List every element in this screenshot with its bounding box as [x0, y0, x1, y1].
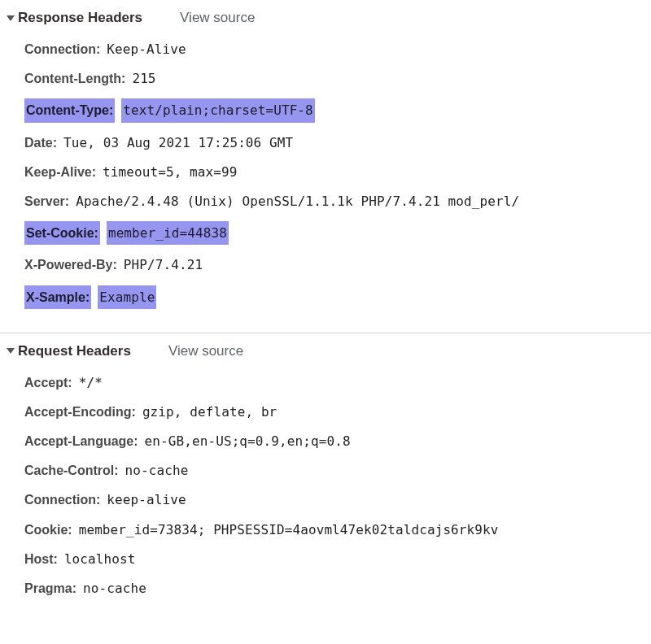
header-value: Example — [98, 285, 156, 309]
header-row[interactable]: Host:localhost — [0, 550, 651, 568]
header-value: PHP/7.4.21 — [124, 255, 203, 274]
header-name: Host: — [24, 550, 58, 568]
header-name: Date: — [24, 133, 57, 152]
header-value: 215 — [132, 69, 155, 88]
header-row[interactable]: Date:Tue, 03 Aug 2021 17:25:06 GMT — [0, 133, 651, 152]
header-value: Keep-Alive — [107, 40, 186, 59]
request-headers-section-header[interactable]: Request Headers View source — [0, 340, 651, 363]
header-value: timeout=5, max=99 — [103, 163, 237, 181]
header-name: Accept-Language: — [24, 432, 138, 450]
header-name: Content-Type: — [24, 98, 115, 122]
disclosure-triangle-icon[interactable] — [7, 348, 15, 354]
header-value: no-cache — [83, 579, 146, 598]
header-row[interactable]: Cache-Control:no-cache — [0, 461, 651, 480]
header-name: Cache-Control: — [24, 461, 119, 480]
response-headers-list: Connection:Keep-AliveContent-Length:215C… — [0, 40, 651, 324]
header-name: Set-Cookie: — [24, 221, 100, 245]
header-row[interactable]: Pragma:no-cache — [0, 579, 651, 598]
header-row[interactable]: X-Sample:Example — [0, 285, 651, 309]
header-value: */* — [79, 373, 103, 392]
header-name: Connection: — [24, 490, 100, 509]
header-name: Accept-Encoding: — [24, 402, 136, 421]
header-name: Server: — [24, 192, 69, 211]
response-headers-title: Response Headers — [18, 10, 142, 26]
header-name: X-Sample: — [24, 285, 91, 309]
header-value: no-cache — [125, 461, 189, 480]
header-value: member_id=73834; PHPSESSID=4aovml47ek02t… — [79, 520, 499, 539]
header-name: Pragma: — [24, 579, 76, 598]
header-row[interactable]: Content-Type:text/plain;charset=UTF-8 — [0, 98, 651, 122]
header-value: Tue, 03 Aug 2021 17:25:06 GMT — [63, 133, 293, 152]
header-row[interactable]: Accept:*/* — [0, 373, 651, 392]
disclosure-triangle-icon[interactable] — [7, 15, 15, 21]
header-name: X-Powered-By: — [24, 255, 117, 274]
header-row[interactable]: Connection:keep-alive — [0, 490, 651, 509]
section-divider — [0, 333, 651, 333]
header-value: gzip, deflate, br — [142, 402, 277, 421]
header-row[interactable]: Accept-Encoding:gzip, deflate, br — [0, 402, 651, 421]
view-source-link[interactable]: View source — [180, 10, 255, 26]
header-row[interactable]: Keep-Alive:timeout=5, max=99 — [0, 163, 651, 181]
header-value: Apache/2.4.48 (Unix) OpenSSL/1.1.1k PHP/… — [76, 192, 519, 211]
header-name: Content-Length: — [24, 69, 125, 88]
header-name: Accept: — [24, 373, 72, 392]
header-row[interactable]: Server:Apache/2.4.48 (Unix) OpenSSL/1.1.… — [0, 192, 651, 211]
header-name: Cookie: — [24, 520, 72, 539]
header-name: Keep-Alive: — [24, 163, 96, 181]
header-value: text/plain;charset=UTF-8 — [121, 98, 315, 122]
header-value: keep-alive — [107, 490, 186, 509]
view-source-link[interactable]: View source — [168, 343, 243, 359]
header-value: member_id=44838 — [107, 221, 229, 245]
request-headers-list: Accept:*/*Accept-Encoding:gzip, deflate,… — [0, 373, 651, 614]
header-value: en-GB,en-US;q=0.9,en;q=0.8 — [145, 432, 351, 450]
header-value: localhost — [64, 550, 136, 568]
header-row[interactable]: Accept-Language:en-GB,en-US;q=0.9,en;q=0… — [0, 432, 651, 450]
header-row[interactable]: X-Powered-By:PHP/7.4.21 — [0, 255, 651, 274]
header-row[interactable]: Content-Length:215 — [0, 69, 651, 88]
header-row[interactable]: Connection:Keep-Alive — [0, 40, 651, 59]
header-row[interactable]: Cookie:member_id=73834; PHPSESSID=4aovml… — [0, 520, 651, 539]
header-row[interactable]: Set-Cookie:member_id=44838 — [0, 221, 651, 245]
request-headers-title: Request Headers — [18, 343, 131, 359]
header-name: Connection: — [24, 40, 100, 59]
response-headers-section-header[interactable]: Response Headers View source — [0, 7, 651, 29]
